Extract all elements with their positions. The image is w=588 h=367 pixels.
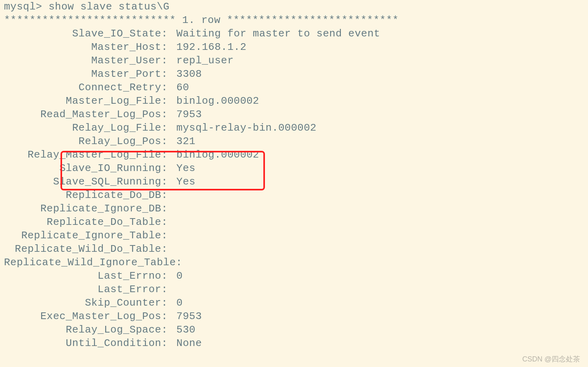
status-label: Relay_Log_File:	[4, 121, 170, 135]
status-row: Skip_Counter: 0	[4, 296, 584, 310]
status-value: 530	[170, 323, 195, 337]
status-row: Slave_IO_Running: Yes	[4, 162, 584, 175]
status-row: Relay_Log_File: mysql-relay-bin.000002	[4, 121, 584, 135]
status-label: Replicate_Ignore_DB:	[4, 202, 170, 215]
status-label: Slave_IO_State:	[4, 27, 170, 40]
status-value: Yes	[170, 175, 195, 188]
status-label: Exec_Master_Log_Pos:	[4, 310, 170, 323]
status-value	[170, 202, 176, 215]
status-value	[170, 256, 176, 269]
status-label: Replicate_Do_Table:	[4, 215, 170, 229]
status-row: Master_Log_File: binlog.000002	[4, 94, 584, 108]
status-row: Replicate_Do_Table:	[4, 215, 584, 229]
status-value: None	[170, 337, 202, 350]
status-label: Master_User:	[4, 54, 170, 67]
status-value: 192.168.1.2	[170, 40, 246, 54]
status-row: Master_Port: 3308	[4, 67, 584, 81]
status-label: Relay_Log_Pos:	[4, 135, 170, 148]
row-separator: *************************** 1. row *****…	[4, 13, 584, 27]
status-value: Waiting for master to send event	[170, 27, 380, 40]
status-value: Yes	[170, 162, 195, 175]
status-label: Replicate_Wild_Do_Table:	[4, 242, 170, 256]
status-row: Relay_Log_Pos: 321	[4, 135, 584, 148]
status-value: 0	[170, 269, 183, 283]
status-value	[170, 242, 176, 256]
status-value	[170, 283, 176, 296]
status-value: mysql-relay-bin.000002	[170, 121, 316, 135]
status-label: Last_Error:	[4, 283, 170, 296]
status-value: 7953	[170, 310, 202, 323]
status-label: Replicate_Wild_Ignore_Table:	[4, 256, 170, 269]
status-row: Slave_IO_State: Waiting for master to se…	[4, 27, 584, 40]
status-row: Read_Master_Log_Pos: 7953	[4, 108, 584, 121]
status-label: Master_Host:	[4, 40, 170, 54]
status-value: 0	[170, 296, 183, 310]
status-value: repl_user	[170, 54, 234, 67]
status-row: Master_User: repl_user	[4, 54, 584, 67]
watermark: CSDN @四念处茶	[522, 354, 580, 364]
status-row: Replicate_Ignore_Table:	[4, 229, 584, 242]
status-value: 60	[170, 81, 189, 94]
status-row: Replicate_Do_DB:	[4, 188, 584, 202]
status-label: Last_Errno:	[4, 269, 170, 283]
status-row: Relay_Master_Log_File: binlog.000002	[4, 148, 584, 162]
status-label: Skip_Counter:	[4, 296, 170, 310]
status-row: Master_Host: 192.168.1.2	[4, 40, 584, 54]
status-row: Relay_Log_Space: 530	[4, 323, 584, 337]
status-value: 321	[170, 135, 195, 148]
status-row: Until_Condition: None	[4, 337, 584, 350]
status-row: Slave_SQL_Running: Yes	[4, 175, 584, 188]
status-value: 7953	[170, 108, 202, 121]
status-label: Relay_Log_Space:	[4, 323, 170, 337]
status-value: binlog.000002	[170, 148, 259, 162]
status-row: Replicate_Wild_Ignore_Table:	[4, 256, 584, 269]
status-label: Master_Port:	[4, 67, 170, 81]
status-value: binlog.000002	[170, 94, 259, 108]
status-row: Last_Error:	[4, 283, 584, 296]
status-value	[170, 229, 176, 242]
status-label: Relay_Master_Log_File:	[4, 148, 170, 162]
status-row: Last_Errno: 0	[4, 269, 584, 283]
status-fields: Slave_IO_State: Waiting for master to se…	[4, 27, 584, 350]
status-value	[170, 215, 176, 229]
status-label: Read_Master_Log_Pos:	[4, 108, 170, 121]
status-label: Master_Log_File:	[4, 94, 170, 108]
status-label: Replicate_Ignore_Table:	[4, 229, 170, 242]
mysql-prompt-line: mysql> show slave status\G	[4, 0, 584, 13]
status-label: Connect_Retry:	[4, 81, 170, 94]
status-row: Exec_Master_Log_Pos: 7953	[4, 310, 584, 323]
status-row: Replicate_Ignore_DB:	[4, 202, 584, 215]
status-value: 3308	[170, 67, 202, 81]
status-row: Replicate_Wild_Do_Table:	[4, 242, 584, 256]
status-label: Replicate_Do_DB:	[4, 188, 170, 202]
status-value	[170, 188, 176, 202]
status-label: Slave_SQL_Running:	[4, 175, 170, 188]
status-label: Slave_IO_Running:	[4, 162, 170, 175]
status-row: Connect_Retry: 60	[4, 81, 584, 94]
status-label: Until_Condition:	[4, 337, 170, 350]
